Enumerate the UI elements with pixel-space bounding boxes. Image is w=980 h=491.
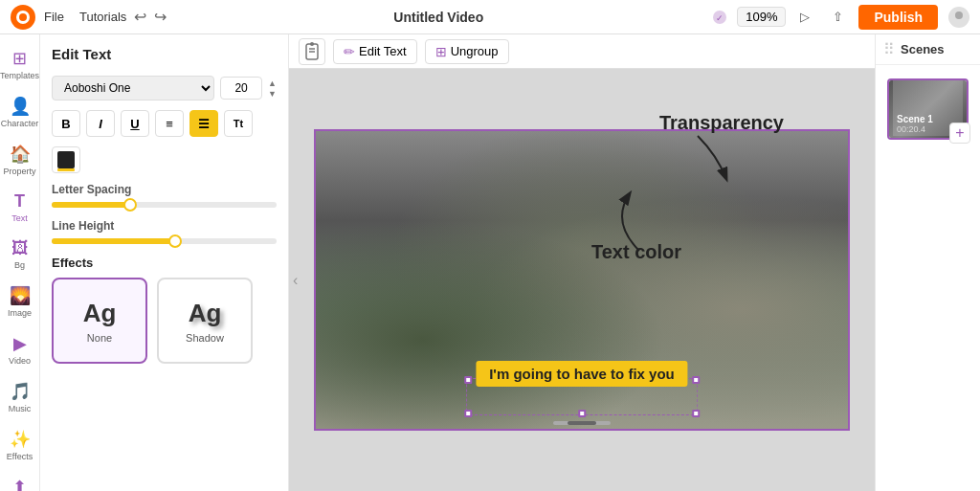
- sidebar-item-music[interactable]: 🎵 Music: [2, 375, 38, 419]
- document-title[interactable]: Untitled Video: [174, 10, 702, 25]
- left-sidebar: ⊞ Templates 👤 Character 🏠 Property T Tex…: [0, 34, 40, 491]
- sidebar-item-video[interactable]: ▶ Video: [2, 327, 38, 371]
- grid-icon[interactable]: ⠿: [883, 40, 895, 58]
- uploads-icon: ⬆: [12, 477, 27, 491]
- sidebar-item-effects[interactable]: ✨ Effects: [2, 423, 38, 467]
- bold-button[interactable]: B: [52, 110, 80, 137]
- video-canvas[interactable]: I'm going to have to fix you: [314, 129, 850, 431]
- align-center-button[interactable]: ☰: [189, 110, 218, 137]
- effects-title: Effects: [52, 256, 277, 270]
- sidebar-item-image[interactable]: 🌄 Image: [2, 279, 38, 324]
- undo-button[interactable]: ↩: [134, 8, 146, 26]
- music-icon: 🎵: [10, 381, 31, 402]
- text-position-icon[interactable]: [299, 38, 325, 65]
- scene-1-container: Scene 1 00:20.4 +: [876, 65, 980, 153]
- effects-icon: ✨: [10, 429, 31, 450]
- align-button[interactable]: ≡: [155, 110, 184, 137]
- property-icon: 🏠: [10, 144, 31, 165]
- edit-panel: Edit Text Aoboshi One ▲ ▼ B I U ≡ ☰ Tt: [40, 34, 289, 491]
- effect-shadow-preview: Ag: [189, 299, 222, 328]
- topbar-right: ▷ ⇧ Publish: [793, 5, 970, 30]
- add-scene-button[interactable]: +: [949, 123, 970, 144]
- format-row: B I U ≡ ☰ Tt: [52, 110, 277, 137]
- social-share-icon[interactable]: ⇧: [826, 6, 849, 29]
- topbar: File Tutorials ↩ ↪ Untitled Video ✓ 109%…: [0, 0, 980, 34]
- transform-button[interactable]: Tt: [224, 110, 253, 137]
- font-row: Aoboshi One ▲ ▼: [52, 76, 277, 100]
- edit-text-icon: ✏: [344, 44, 355, 59]
- scenes-title: Scenes: [901, 42, 945, 56]
- character-icon: 👤: [10, 96, 31, 117]
- edit-panel-title: Edit Text: [52, 46, 277, 62]
- app-logo[interactable]: [10, 4, 36, 31]
- letter-spacing-label: Letter Spacing: [52, 183, 277, 196]
- sidebar-item-property[interactable]: 🏠 Property: [2, 138, 38, 182]
- main-layout: ⊞ Templates 👤 Character 🏠 Property T Tex…: [0, 34, 980, 491]
- sidebar-item-character[interactable]: 👤 Character: [2, 90, 38, 134]
- line-height-label: Line Height: [52, 219, 277, 233]
- sidebar-item-templates[interactable]: ⊞ Templates: [2, 42, 38, 86]
- underline-button[interactable]: U: [121, 110, 149, 137]
- video-icon: ▶: [13, 333, 27, 354]
- effect-none-card[interactable]: Ag None: [52, 278, 147, 364]
- canvas-left-arrow[interactable]: ‹: [289, 268, 301, 293]
- italic-button[interactable]: I: [86, 110, 115, 137]
- line-height-slider[interactable]: [52, 238, 277, 244]
- svg-point-10: [310, 42, 314, 46]
- effects-section: Effects Ag None Ag Shadow: [52, 256, 277, 364]
- user-avatar[interactable]: [947, 6, 970, 29]
- tutorials-menu[interactable]: Tutorials: [79, 10, 126, 24]
- color-row: [52, 146, 277, 173]
- canvas-wrapper: ‹: [289, 69, 875, 491]
- sidebar-item-bg[interactable]: 🖼 Bg: [2, 233, 38, 276]
- text-icon: T: [14, 191, 25, 212]
- ungroup-button[interactable]: ⊞ Ungroup: [425, 39, 509, 64]
- svg-text:✓: ✓: [716, 13, 724, 23]
- sidebar-item-text[interactable]: T Text: [2, 186, 38, 229]
- bg-icon: 🖼: [11, 238, 29, 258]
- right-panel: ⠿ Scenes Scene 1 00:20.4 +: [875, 34, 980, 491]
- sidebar-item-uploads[interactable]: ⬆ Uploads: [2, 471, 38, 491]
- subtitle-text[interactable]: I'm going to have to fix you: [476, 361, 688, 387]
- letter-spacing-slider[interactable]: [52, 202, 277, 208]
- image-icon: 🌄: [10, 285, 31, 306]
- canvas-area: ✏ Edit Text ⊞ Ungroup ‹: [289, 34, 875, 491]
- templates-icon: ⊞: [12, 48, 27, 69]
- file-menu[interactable]: File: [44, 10, 64, 24]
- ungroup-icon: ⊞: [435, 44, 447, 59]
- scene-1-label: Scene 1: [897, 114, 933, 124]
- font-select[interactable]: Aoboshi One: [52, 76, 214, 100]
- zoom-display[interactable]: 109%: [737, 7, 786, 27]
- effect-shadow-card[interactable]: Ag Shadow: [157, 278, 253, 364]
- canvas-toolbar: ✏ Edit Text ⊞ Ungroup: [289, 34, 875, 69]
- effects-row: Ag None Ag Shadow: [52, 278, 277, 364]
- canvas-scrollbar[interactable]: [553, 421, 611, 425]
- effect-none-label: None: [87, 332, 112, 344]
- scene-1-time: 00:20.4: [897, 124, 933, 134]
- svg-point-6: [955, 11, 963, 19]
- effect-none-preview: Ag: [83, 299, 117, 328]
- scenes-header: ⠿ Scenes: [876, 34, 980, 65]
- font-size-stepper[interactable]: ▲ ▼: [268, 78, 277, 99]
- publish-button[interactable]: Publish: [858, 5, 938, 30]
- redo-button[interactable]: ↪: [154, 8, 167, 26]
- svg-point-2: [19, 13, 27, 21]
- title-icon: ✓: [710, 8, 729, 27]
- text-color-button[interactable]: [52, 146, 80, 173]
- font-size-input[interactable]: [220, 77, 262, 100]
- edit-text-button[interactable]: ✏ Edit Text: [333, 39, 417, 64]
- effect-shadow-label: Shadow: [186, 332, 224, 344]
- share-icon[interactable]: ▷: [793, 6, 816, 29]
- color-swatch: [57, 151, 75, 168]
- topbar-menu: File Tutorials: [44, 10, 126, 24]
